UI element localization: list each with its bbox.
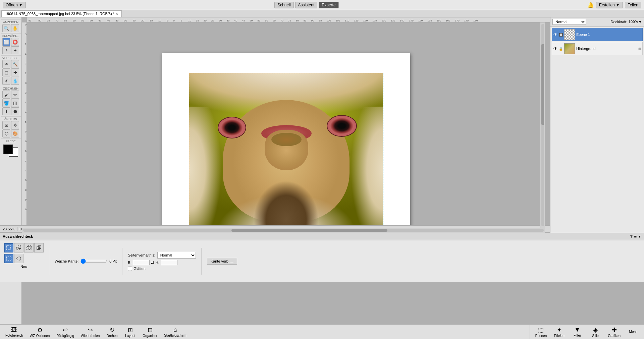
gradient-tool[interactable]: ◫	[11, 99, 19, 107]
crop-tool[interactable]: ⊡	[2, 121, 10, 129]
taskbar-wiederholen[interactable]: ↪ Wiederholen	[78, 325, 102, 339]
clone-stamp-tool[interactable]: 🔨	[11, 60, 19, 68]
intersect-selection-btn[interactable]	[34, 243, 44, 252]
ostrich-eye-left	[218, 117, 246, 138]
soft-edge-group: Weiche Kante: 0 Px	[55, 259, 117, 264]
h-scroll-thumb[interactable]	[231, 229, 388, 232]
aspect-ratio-select[interactable]: Normal Festes Verhältnis Feste Größe	[157, 252, 196, 259]
layer-thumbnail-2	[564, 43, 575, 54]
transform-tool[interactable]: ⬡	[2, 129, 10, 137]
h-scrollbar[interactable]	[22, 228, 545, 233]
eraser-tool[interactable]: ◻	[2, 68, 10, 76]
mode-schnell-button[interactable]: Schnell	[274, 2, 293, 8]
zoom-tool[interactable]: 🔍	[2, 24, 10, 32]
quick-select-tool[interactable]: ⌖	[2, 46, 10, 54]
mode-assistent-button[interactable]: Assistent	[295, 2, 318, 8]
brush-tool[interactable]: 🖌	[2, 91, 10, 99]
v-scrollbar[interactable]	[540, 22, 545, 228]
taskbar-filter[interactable]: ▼ Filter	[569, 325, 586, 338]
height-label: H:	[156, 261, 159, 265]
wz-optionen-icon: ⚙	[37, 326, 43, 334]
tab-close-icon[interactable]: ×	[116, 11, 118, 16]
smooth-checkbox[interactable]	[128, 267, 132, 271]
h-scroll-track[interactable]	[23, 229, 544, 232]
foreground-color-swatch[interactable]	[3, 145, 13, 154]
magic-wand-tool[interactable]: ✦	[11, 46, 19, 54]
taskbar-organizer[interactable]: ⊟ Organizer	[140, 325, 160, 339]
notification-icon[interactable]: 🔔	[587, 2, 594, 8]
hand-tool[interactable]: ✋	[11, 24, 19, 32]
layer-item-hintergrund[interactable]: 👁 🔒 Hintergrund ⊞	[552, 42, 643, 55]
layer-visibility-icon-2[interactable]: 👁	[553, 46, 557, 51]
ellipse-select-type-btn[interactable]	[14, 254, 23, 263]
zeichnen-tools-2: 🪣 ◫	[2, 99, 19, 107]
anzeigen-tools: 🔍 ✋	[2, 24, 19, 32]
blur-tool[interactable]: 💧	[11, 77, 19, 85]
rect-select-tool[interactable]: ⬜	[2, 38, 10, 46]
opacity-dropdown-icon[interactable]: ▼	[638, 20, 642, 24]
add-selection-btn[interactable]	[14, 243, 23, 252]
file-tab[interactable]: 190614-N75_0968_tonemapped.jpg bei 23.5%…	[1, 10, 122, 17]
custom-shape-tool[interactable]: ⬟	[11, 107, 19, 115]
taskbar-layout[interactable]: ⊞ Layout	[122, 325, 139, 339]
ostrich-eye-right	[327, 115, 357, 137]
new-selection-btn[interactable]	[4, 243, 13, 252]
effekte-icon: ✦	[557, 326, 562, 334]
refine-edge-button[interactable]: Kante verb. ...	[207, 258, 237, 265]
taskbar-fotobereich[interactable]: 🖼 Fotobereich	[3, 325, 26, 338]
startbildschirm-icon: ⌂	[173, 326, 177, 333]
image-canvas[interactable]	[189, 73, 383, 232]
text-tool[interactable]: T	[2, 107, 10, 115]
soft-edge-slider[interactable]	[80, 259, 107, 264]
effekte-label: Effekte	[554, 334, 565, 338]
taskbar-ruckgangig[interactable]: ↩ Rückgängig	[54, 325, 77, 339]
taskbar-grafiken[interactable]: ✚ Grafiken	[605, 325, 623, 339]
color-replace-tool[interactable]: 🎨	[11, 129, 19, 137]
height-input[interactable]	[161, 260, 177, 265]
grafiken-label: Grafiken	[608, 334, 621, 338]
share-button[interactable]: Teilen	[625, 2, 641, 8]
taskbar-effekte[interactable]: ✦ Effekte	[551, 325, 568, 339]
pencil-tool[interactable]: ✏	[11, 91, 19, 99]
dodge-tool[interactable]: ☀	[2, 77, 10, 85]
swap-icon[interactable]: ⇄	[151, 260, 154, 265]
width-label: B:	[128, 261, 131, 265]
taskbar-wz-optionen[interactable]: ⚙ WZ-Optionen	[27, 325, 52, 339]
open-button[interactable]: Öffnen ▼	[3, 2, 26, 8]
status-sep-1	[17, 227, 17, 231]
zeichnen-label: ZEICHNEN	[1, 86, 21, 90]
subtract-selection-btn[interactable]	[24, 243, 34, 252]
lasso-tool[interactable]: ⭕	[11, 38, 19, 46]
verbess-label: VERBESS...	[1, 55, 21, 60]
move-tool[interactable]: ✥	[11, 121, 19, 129]
ruler-horizontal: -85-80-75 -70-65-60 -55-50-45 -40-35-30 …	[27, 17, 550, 22]
taskbar-ebenen[interactable]: ⬚ Ebenen	[533, 325, 549, 339]
taskbar-stile[interactable]: ◈ Stile	[587, 325, 604, 339]
action-group: Kante verb. ...	[207, 258, 237, 265]
taskbar-startbildschirm[interactable]: ⌂ Startbildschirm	[161, 325, 189, 338]
layer-visibility-icon-1[interactable]: 👁	[553, 32, 557, 37]
width-input[interactable]	[133, 260, 150, 265]
mode-experte-button[interactable]: Experte	[319, 2, 338, 8]
layer-mode-select[interactable]: Normal	[552, 19, 586, 25]
v-scroll-thumb[interactable]	[541, 44, 544, 125]
healing-tool[interactable]: ✚	[11, 68, 19, 76]
canvas-paper	[162, 53, 410, 251]
divider-1	[49, 248, 49, 275]
rect-select-type-btn[interactable]	[4, 254, 13, 263]
fill-tool[interactable]: 🪣	[2, 99, 10, 107]
more-options-icon[interactable]: ≡	[634, 234, 637, 239]
layer-name-2: Hintergrund	[576, 47, 595, 51]
zoom-level: 23.55%	[3, 227, 15, 231]
layer-item-ebene1[interactable]: 👁 🔲 Ebene 1	[552, 28, 643, 41]
eyedropper-tool[interactable]: 👁	[2, 60, 10, 68]
startbildschirm-label: Startbildschirm	[164, 334, 186, 337]
create-button[interactable]: Erstellen ▼	[596, 2, 623, 8]
taskbar-mehr[interactable]: Mehr	[625, 329, 641, 335]
layer-thumbnail-1	[564, 29, 575, 40]
smooth-label: Glätten	[133, 267, 145, 271]
taskbar-drehen[interactable]: ↻ Drehen	[104, 325, 120, 339]
collapse-icon[interactable]: ▼	[638, 235, 641, 238]
help-icon[interactable]: ?	[630, 234, 633, 239]
v-scroll-track[interactable]	[541, 24, 544, 226]
